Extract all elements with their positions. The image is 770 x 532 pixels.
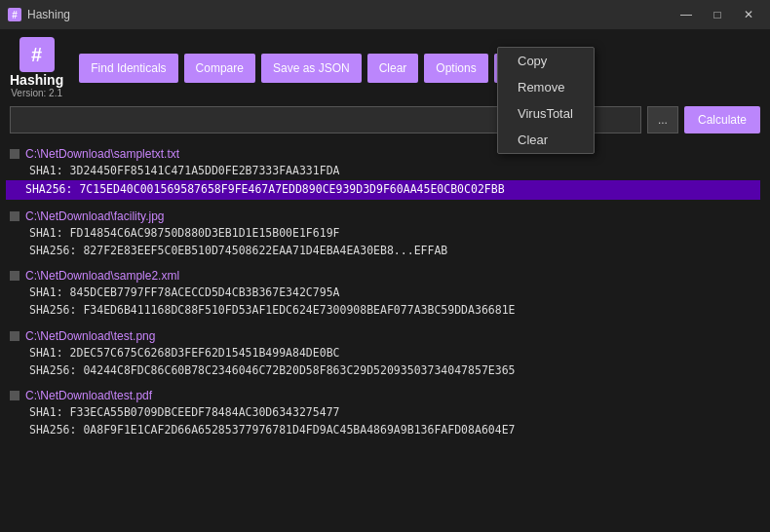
find-identicals-button[interactable]: Find Identicals — [79, 54, 177, 83]
file-icon — [10, 149, 19, 159]
file-group: C:\NetDownload\sampletxt.txtSHA1: 3D2445… — [10, 147, 760, 200]
file-group: C:\NetDownload\facility.jpgSHA1: FD14854… — [10, 209, 760, 260]
context-menu-item-virustotal[interactable]: VirusTotal — [498, 100, 594, 127]
file-group: C:\NetDownload\test.pngSHA1: 2DEC57C675C… — [10, 329, 760, 380]
title-bar: # Hashing — □ ✕ — [0, 0, 770, 29]
file-path: C:\NetDownload\test.pdf — [10, 389, 760, 402]
calculate-button[interactable]: Calculate — [684, 106, 760, 133]
content-area: C:\NetDownload\sampletxt.txtSHA1: 3D2445… — [0, 141, 770, 532]
hash-row[interactable]: SHA1: 845DCEB7797FF78ACECCD5D4CB3B367E34… — [10, 285, 760, 301]
context-menu-item-clear[interactable]: Clear — [498, 127, 594, 153]
title-bar-left: # Hashing — [8, 8, 70, 21]
hash-row[interactable]: SHA256: 04244C8FDC86C60B78C2346046C72B20… — [10, 362, 760, 379]
toolbar: # Hashing Version: 2.1 Find Identicals C… — [0, 29, 770, 106]
hash-row[interactable]: SHA1: 2DEC57C675C6268D3FEF62D15451B499A8… — [10, 345, 760, 361]
hash-row[interactable]: SHA256: 0A8F9F1E1CAF2D66A65285377976781D… — [10, 422, 760, 438]
file-path-text: C:\NetDownload\test.png — [25, 329, 155, 343]
file-path: C:\NetDownload\sampletxt.txt — [10, 147, 760, 161]
context-menu-item-copy[interactable]: Copy — [498, 48, 594, 74]
app-icon: # — [8, 8, 21, 21]
hash-row[interactable]: SHA256: 7C15ED40C001569587658F9FE467A7ED… — [6, 180, 760, 199]
browse-button[interactable]: ... — [647, 106, 678, 133]
title-bar-controls: — □ ✕ — [673, 6, 762, 23]
file-path-text: C:\NetDownload\test.pdf — [25, 389, 152, 402]
clear-button[interactable]: Clear — [367, 54, 419, 83]
context-menu: CopyRemoveVirusTotalClear — [497, 47, 595, 154]
file-path-text: C:\NetDownload\sampletxt.txt — [25, 147, 179, 161]
hash-row[interactable]: SHA256: F34ED6B411168DC88F510FD53AF1EDC6… — [10, 302, 760, 319]
save-as-json-button[interactable]: Save as JSON — [261, 54, 362, 83]
maximize-button[interactable]: □ — [704, 6, 731, 23]
file-icon — [10, 271, 19, 281]
file-path: C:\NetDownload\facility.jpg — [10, 209, 760, 223]
file-icon — [10, 211, 19, 221]
minimize-button[interactable]: — — [673, 6, 700, 23]
close-button[interactable]: ✕ — [735, 6, 762, 23]
hash-row[interactable]: SHA1: F33ECA55B0709DBCEEDF78484AC30D6343… — [10, 404, 760, 421]
file-group: C:\NetDownload\sample2.xmlSHA1: 845DCEB7… — [10, 269, 760, 320]
file-path: C:\NetDownload\sample2.xml — [10, 269, 760, 283]
app-logo-icon: # — [19, 37, 55, 72]
file-icon — [10, 391, 19, 400]
file-path-text: C:\NetDownload\sample2.xml — [25, 269, 179, 283]
title-bar-title: Hashing — [27, 8, 70, 21]
app-logo: # Hashing Version: 2.1 — [10, 37, 63, 98]
file-path: C:\NetDownload\test.png — [10, 329, 760, 343]
app-name: Hashing — [10, 72, 63, 88]
compare-button[interactable]: Compare — [184, 54, 255, 83]
hash-row[interactable]: SHA256: 827F2E83EEF5C0EB510D74508622EAA7… — [10, 243, 760, 259]
context-menu-item-remove[interactable]: Remove — [498, 74, 594, 100]
file-group: C:\NetDownload\test.pdfSHA1: F33ECA55B07… — [10, 389, 760, 439]
file-icon — [10, 331, 19, 341]
options-button[interactable]: Options — [424, 54, 487, 83]
app-version: Version: 2.1 — [11, 88, 62, 98]
search-row: ... Calculate — [0, 106, 770, 141]
hash-row[interactable]: SHA1: FD14854C6AC98750D880D3EB1D1E15B00E… — [10, 225, 760, 242]
hash-row[interactable]: SHA1: 3D24450FF85141C471A5DD0FE2B7333FAA… — [10, 163, 760, 179]
file-path-text: C:\NetDownload\facility.jpg — [25, 209, 165, 223]
